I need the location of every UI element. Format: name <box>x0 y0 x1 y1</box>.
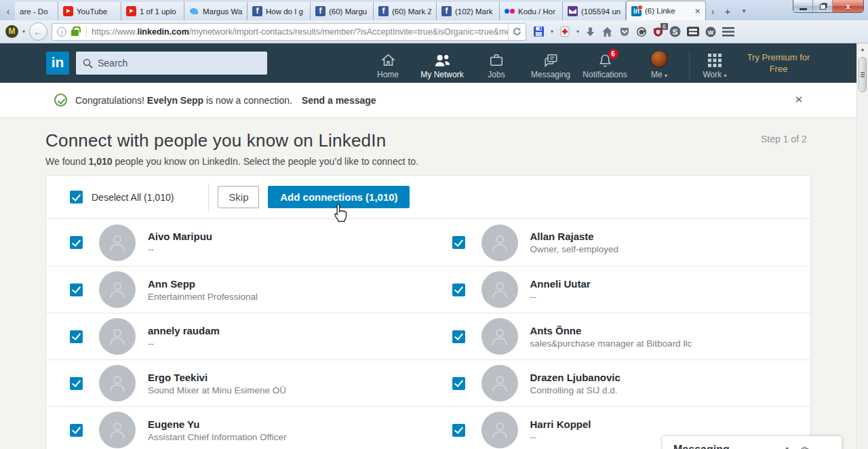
messaging-widget[interactable]: Messaging <box>663 436 842 449</box>
browser-tab[interactable]: Margus Wa <box>184 2 248 20</box>
extension-dropdown-caret[interactable]: ▾ <box>22 28 25 35</box>
facebook-favicon <box>315 6 326 16</box>
page-subtitle: We found 1,010 people you know on Linked… <box>45 156 418 167</box>
person-headline: -- <box>530 292 591 302</box>
scrollbar-up-arrow[interactable]: ▲ <box>857 43 868 54</box>
person-checkbox[interactable] <box>70 330 83 343</box>
downloads-icon[interactable] <box>585 26 595 37</box>
tab-scroll-left-icon[interactable]: ‹ <box>1 3 15 20</box>
search-icon <box>83 58 93 69</box>
person-name[interactable]: Allan Rajaste <box>530 231 619 242</box>
bookmark-health-icon[interactable] <box>559 26 570 37</box>
menu-icon[interactable] <box>722 27 734 37</box>
browser-tab[interactable]: 1 of 1 uplo <box>121 2 184 20</box>
deselect-all-checkbox[interactable] <box>70 191 83 203</box>
tab-list-dropdown[interactable]: ▾ <box>736 3 752 19</box>
youtube-favicon <box>63 6 73 16</box>
page-info-icon[interactable]: i <box>57 27 66 37</box>
browser-tab[interactable]: (102) Mark <box>437 2 500 20</box>
person-checkbox[interactable] <box>452 236 465 249</box>
person-headline: -- <box>148 338 220 349</box>
nav-item-jobs[interactable]: Jobs <box>469 48 524 81</box>
person-name[interactable]: Harri Koppel <box>530 418 591 430</box>
person-checkbox[interactable] <box>70 284 83 296</box>
person-name[interactable]: Aivo Maripuu <box>148 231 212 242</box>
wayback-w-icon[interactable]: W <box>705 26 716 37</box>
bookmark-dropdown-caret[interactable]: ▾ <box>576 28 579 35</box>
nav-item-messaging[interactable]: Messaging <box>524 48 578 81</box>
person-checkbox[interactable] <box>70 424 83 437</box>
pocket-icon[interactable] <box>619 26 630 37</box>
tab-scroll-right-icon[interactable]: › <box>706 3 719 20</box>
person-checkbox[interactable] <box>452 424 465 437</box>
person-name[interactable]: Ants Õnne <box>530 325 692 336</box>
nav-item-my-network[interactable]: My Network <box>415 48 469 81</box>
ublock-shield-icon[interactable]: 6 <box>653 26 663 37</box>
person-name[interactable]: Ann Sepp <box>148 278 258 290</box>
close-button[interactable]: x <box>833 0 863 13</box>
save-dropdown-caret[interactable]: ▾ <box>551 28 553 35</box>
browser-tab[interactable]: (105594 un <box>563 2 626 20</box>
action-divider <box>208 184 209 211</box>
nav-item-label: Jobs <box>488 70 505 79</box>
restore-button[interactable] <box>813 0 833 13</box>
person-name[interactable]: Eugene Yu <box>148 418 287 430</box>
person-row: Allan RajasteOwner, self-employed <box>429 219 811 266</box>
banner-text: Congratulations! Evelyn Sepp is now a co… <box>75 95 292 106</box>
stylish-s-icon[interactable]: S <box>669 26 681 37</box>
person-name[interactable]: annely raudam <box>148 325 220 336</box>
url-text[interactable]: https://www.linkedin.com/mynetwork/impor… <box>92 27 508 37</box>
url-bar[interactable]: i https://www.linkedin.com/mynetwork/imp… <box>52 23 526 41</box>
tab-close-icon[interactable]: ✕ <box>695 7 701 15</box>
scrollbar-thumb[interactable] <box>859 57 867 92</box>
person-name[interactable]: Ergo Teekivi <box>148 372 286 383</box>
home-icon[interactable] <box>601 26 613 37</box>
nav-item-home[interactable]: Home <box>361 48 415 81</box>
browser-tab[interactable]: (6) Linke✕ <box>626 1 706 20</box>
linkedin-logo[interactable]: in <box>46 52 69 75</box>
skip-button[interactable]: Skip <box>218 186 259 208</box>
browser-tab[interactable]: (60) Margu <box>311 2 374 20</box>
person-avatar-icon <box>99 224 136 261</box>
send-message-link[interactable]: Send a message <box>302 95 376 106</box>
browser-tab[interactable]: Kodu / Hor <box>500 2 563 20</box>
browser-tab[interactable]: How do I g <box>248 2 311 20</box>
linkedin-nav-items: HomeMy NetworkJobsMessaging6Notification… <box>361 48 686 81</box>
person-checkbox[interactable] <box>452 330 465 343</box>
person-name[interactable]: Drazen Ljubanovic <box>530 372 620 383</box>
nav-item-work[interactable]: Work ▾ <box>690 48 739 81</box>
browser-tab[interactable]: (60) Mark Z <box>374 2 437 20</box>
person-checkbox[interactable] <box>452 377 465 390</box>
page-title: Connect with people you know on LinkedIn <box>45 130 386 151</box>
nav-item-label: Messaging <box>531 70 570 79</box>
youtube-tool-icon[interactable] <box>687 26 699 37</box>
person-headline: Sound Mixer at Minu Esimene OÜ <box>148 385 286 395</box>
person-avatar-icon <box>481 365 518 402</box>
banner-close-icon[interactable]: ✕ <box>793 94 805 106</box>
svg-text:S: S <box>673 27 678 36</box>
minimize-chat-icon[interactable] <box>821 446 832 449</box>
person-checkbox[interactable] <box>70 377 83 390</box>
save-page-icon[interactable] <box>533 26 545 37</box>
reload-icon[interactable] <box>508 24 526 40</box>
minimize-button[interactable] <box>793 0 813 13</box>
new-tab-button[interactable]: + <box>719 3 736 19</box>
tab-list: are - DoYouTube1 of 1 uploMargus WaHow d… <box>15 0 706 20</box>
search-input[interactable]: Search <box>76 52 267 75</box>
premium-upsell-link[interactable]: Try Premium for Free <box>743 52 814 75</box>
page-scrollbar[interactable]: ▲ <box>856 43 868 449</box>
facebook-favicon <box>378 6 389 16</box>
person-checkbox[interactable] <box>452 284 465 296</box>
compose-message-icon[interactable] <box>778 446 789 449</box>
person-avatar-icon <box>99 365 136 402</box>
nav-item-me[interactable]: Me ▾ <box>632 48 686 81</box>
settings-gear-icon[interactable] <box>800 446 810 449</box>
greasemonkey-icon[interactable]: M <box>5 25 18 38</box>
browser-tab[interactable]: YouTube <box>58 2 121 20</box>
person-name[interactable]: Anneli Uutar <box>530 278 591 290</box>
person-checkbox[interactable] <box>70 236 83 249</box>
nav-item-notifications[interactable]: 6Notifications <box>578 48 632 81</box>
session-swirl-icon[interactable] <box>636 26 647 37</box>
back-button[interactable]: ← <box>29 22 47 41</box>
browser-tab[interactable]: are - Do <box>15 2 58 20</box>
